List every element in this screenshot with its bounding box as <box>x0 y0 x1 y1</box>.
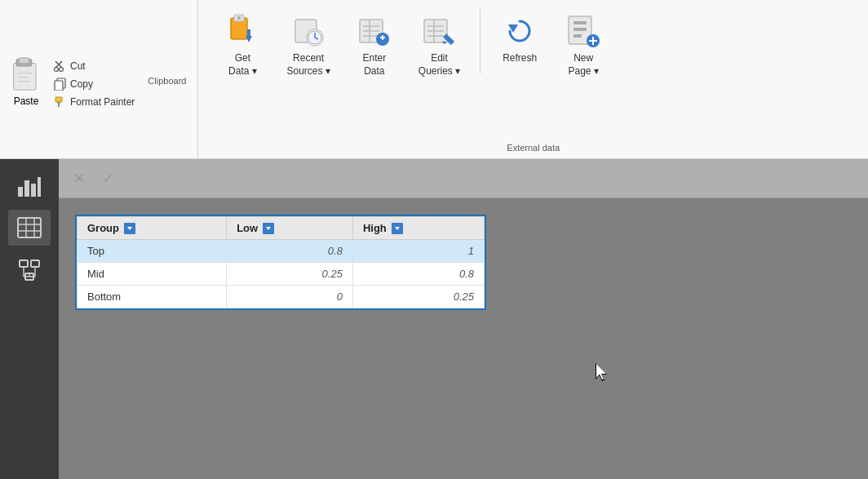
paste-button[interactable]: Paste <box>7 56 46 107</box>
data-table: Group Low <box>77 216 485 308</box>
external-data-group: GetData ▾ RecentSources ▾ <box>198 0 868 158</box>
cancel-button[interactable]: ✕ <box>65 166 91 192</box>
table-icon <box>16 215 42 241</box>
recent-sources-icon <box>289 11 328 51</box>
low-dropdown-arrow[interactable] <box>263 223 274 234</box>
refresh-button[interactable]: Refresh <box>492 8 547 69</box>
row-group-bottom: Bottom <box>78 286 227 308</box>
clipboard-group-label: Clipboard <box>148 73 186 91</box>
svg-rect-51 <box>38 177 41 197</box>
sidebar-item-bar-chart[interactable] <box>8 167 51 203</box>
paste-icon <box>7 56 46 95</box>
row-group-top: Top <box>78 240 227 263</box>
svg-rect-2 <box>19 58 29 64</box>
table-row[interactable]: Top 0.8 1 <box>78 240 485 263</box>
sidebar <box>0 159 59 479</box>
svg-marker-64 <box>127 227 132 230</box>
row-high-bottom: 0.25 <box>352 286 484 308</box>
content-area: ✕ ✓ Group <box>59 159 868 479</box>
svg-marker-65 <box>266 227 271 230</box>
new-page-icon <box>564 11 603 51</box>
svg-marker-14 <box>57 102 60 104</box>
new-page-button[interactable]: NewPage ▾ <box>556 8 611 81</box>
recent-sources-button[interactable]: RecentSources ▾ <box>278 8 338 81</box>
external-data-buttons: GetData ▾ RecentSources ▾ <box>215 5 852 142</box>
column-header-low[interactable]: Low <box>227 217 353 240</box>
ribbon-separator <box>480 8 480 73</box>
refresh-icon <box>500 11 539 51</box>
svg-rect-57 <box>20 260 28 267</box>
row-low-bottom: 0 <box>227 286 353 308</box>
get-data-label: GetData ▾ <box>228 52 257 78</box>
edit-queries-icon <box>419 11 458 51</box>
cut-icon <box>54 60 67 73</box>
enter-data-label: EnterData <box>362 52 386 78</box>
svg-point-9 <box>60 68 64 72</box>
table-row[interactable]: Bottom 0 0.25 <box>78 286 485 308</box>
bar-chart-icon <box>16 172 42 198</box>
clipboard-group: Paste Cut <box>0 0 198 158</box>
table-row[interactable]: Mid 0.25 0.8 <box>78 263 485 286</box>
svg-rect-44 <box>574 34 582 38</box>
svg-rect-50 <box>31 184 36 197</box>
confirm-icon: ✓ <box>103 171 113 186</box>
col-group-label: Group <box>87 222 119 234</box>
format-painter-button[interactable]: Format Painter <box>51 94 138 110</box>
copy-icon <box>54 78 67 91</box>
row-low-mid: 0.25 <box>227 263 353 286</box>
cancel-icon: ✕ <box>73 171 84 186</box>
svg-point-8 <box>55 68 59 72</box>
high-dropdown-arrow[interactable] <box>392 223 403 234</box>
format-painter-label: Format Painter <box>70 96 135 108</box>
main-area: ✕ ✓ Group <box>0 159 868 479</box>
cut-button[interactable]: Cut <box>51 58 138 74</box>
refresh-label: Refresh <box>503 52 537 65</box>
get-data-icon <box>223 11 262 51</box>
svg-rect-49 <box>24 180 29 197</box>
hierarchy-icon <box>16 257 42 283</box>
svg-marker-66 <box>395 227 400 230</box>
recent-sources-label: RecentSources ▾ <box>286 52 330 78</box>
cut-label: Cut <box>70 60 86 72</box>
edit-queries-label: EditQueries ▾ <box>418 52 460 78</box>
clipboard-group-label-row: Clipboard <box>143 73 191 91</box>
svg-rect-52 <box>18 218 41 237</box>
row-high-mid: 0.8 <box>352 263 484 286</box>
new-page-label: NewPage ▾ <box>568 52 598 78</box>
svg-rect-19 <box>247 29 250 38</box>
row-low-top: 0.8 <box>227 240 353 263</box>
svg-rect-12 <box>55 97 62 102</box>
sidebar-item-table[interactable] <box>8 210 51 246</box>
svg-rect-0 <box>14 64 36 91</box>
format-painter-icon <box>54 95 67 109</box>
external-data-group-label-row: External data <box>215 142 852 158</box>
clipboard-actions: Cut Copy Fo <box>51 53 138 110</box>
row-high-top: 1 <box>352 240 484 263</box>
table-area: Group Low <box>59 198 868 479</box>
data-table-wrapper: Group Low <box>75 215 486 310</box>
enter-data-button[interactable]: EnterData <box>347 8 402 81</box>
table-header-row: Group Low <box>78 217 485 240</box>
sidebar-item-hierarchy[interactable] <box>8 252 51 288</box>
paste-label: Paste <box>14 95 39 107</box>
content-toolbar: ✕ ✓ <box>59 159 868 198</box>
get-data-button[interactable]: GetData ▾ <box>215 8 270 81</box>
svg-rect-11 <box>55 81 63 91</box>
svg-rect-43 <box>574 28 587 31</box>
col-low-label: Low <box>237 222 258 234</box>
confirm-button[interactable]: ✓ <box>95 166 121 192</box>
group-dropdown-arrow[interactable] <box>124 223 135 234</box>
copy-button[interactable]: Copy <box>51 76 138 92</box>
col-high-label: High <box>363 222 387 234</box>
column-header-high[interactable]: High <box>352 217 484 240</box>
svg-point-17 <box>237 16 241 20</box>
column-header-group[interactable]: Group <box>78 217 227 240</box>
ribbon: Paste Cut <box>0 0 868 159</box>
svg-rect-58 <box>31 260 39 267</box>
external-data-group-label: External data <box>507 143 560 157</box>
svg-rect-48 <box>18 187 23 197</box>
row-group-mid: Mid <box>78 263 227 286</box>
edit-queries-button[interactable]: EditQueries ▾ <box>410 8 468 81</box>
copy-label: Copy <box>70 78 93 90</box>
enter-data-icon <box>355 11 394 51</box>
